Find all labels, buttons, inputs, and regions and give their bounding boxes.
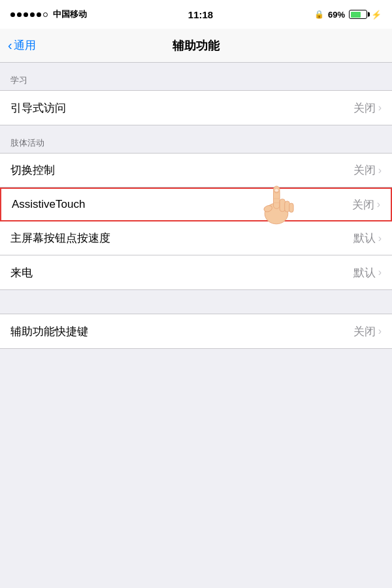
guided-access-value: 关闭: [353, 101, 376, 116]
incoming-calls-right: 默认 ›: [353, 265, 382, 280]
status-bar: 中国移动 11:18 🔒 69% ⚡: [0, 0, 392, 29]
svg-rect-4: [285, 201, 290, 212]
lightning-icon: ⚡: [371, 10, 382, 20]
lock-icon: 🔒: [314, 10, 324, 19]
status-time: 11:18: [188, 9, 213, 20]
incoming-calls-chevron: ›: [378, 267, 382, 278]
list-group-physical: 切换控制 关闭 › AssistiveTouch: [0, 153, 392, 290]
guided-access-chevron: ›: [378, 102, 382, 114]
guided-access-label: 引导式访问: [10, 101, 66, 116]
incoming-calls-label: 来电: [10, 265, 33, 280]
switch-control-chevron: ›: [378, 165, 382, 176]
assistive-touch-right: 关闭 ›: [352, 197, 380, 212]
section-physical: 肢体活动 切换控制 关闭 › AssistiveTouch: [0, 125, 392, 290]
group-spacer: [0, 290, 392, 314]
list-group-shortcut: 辅助功能快捷键 关闭 ›: [0, 314, 392, 349]
signal-dot-1: [10, 12, 15, 17]
battery-body: [349, 10, 367, 19]
signal-dot-4: [30, 12, 35, 17]
signal-dot-5: [37, 12, 41, 17]
svg-point-0: [265, 203, 288, 224]
home-speed-right: 默认 ›: [353, 231, 382, 246]
accessibility-shortcut-label: 辅助功能快捷键: [10, 324, 88, 339]
assistive-touch-value: 关闭: [352, 197, 374, 212]
status-left: 中国移动: [10, 8, 87, 20]
guided-access-right: 关闭 ›: [353, 101, 382, 116]
list-item-guided-access[interactable]: 引导式访问 关闭 ›: [0, 91, 392, 125]
list-item-switch-control[interactable]: 切换控制 关闭 ›: [0, 154, 392, 188]
list-item-incoming-calls[interactable]: 来电 默认 ›: [0, 255, 392, 289]
section-learning: 学习 引导式访问 关闭 ›: [0, 63, 392, 125]
signal-bars: [10, 12, 48, 17]
battery-icon: [349, 10, 367, 19]
carrier-label: 中国移动: [53, 8, 87, 20]
switch-control-value: 关闭: [353, 163, 376, 178]
section-header-learning: 学习: [0, 63, 392, 90]
battery-percent: 69%: [328, 10, 345, 20]
svg-rect-1: [274, 189, 280, 209]
svg-point-9: [274, 189, 278, 192]
home-speed-label: 主屏幕按钮点按速度: [10, 231, 110, 246]
list-item-assistive-touch[interactable]: AssistiveTouch: [0, 188, 392, 221]
signal-dot-3: [24, 12, 28, 17]
section-shortcut: 辅助功能快捷键 关闭 ›: [0, 314, 392, 349]
svg-point-6: [263, 204, 273, 213]
home-speed-value: 默认: [353, 231, 376, 246]
svg-rect-5: [289, 203, 293, 212]
signal-dot-2: [17, 12, 22, 17]
back-button[interactable]: ‹ 通用: [8, 38, 36, 53]
svg-point-2: [274, 186, 280, 193]
hand-pointer-icon: [253, 180, 299, 229]
battery-fill: [351, 12, 361, 18]
signal-dot-6: [43, 12, 48, 17]
list-item-accessibility-shortcut[interactable]: 辅助功能快捷键 关闭 ›: [0, 314, 392, 348]
svg-rect-3: [280, 199, 285, 212]
assistive-touch-chevron: ›: [377, 199, 380, 210]
list-item-home-speed[interactable]: 主屏幕按钮点按速度 默认 ›: [0, 221, 392, 255]
switch-control-right: 关闭 ›: [353, 163, 382, 178]
accessibility-shortcut-chevron: ›: [378, 325, 382, 337]
switch-control-label: 切换控制: [10, 163, 55, 178]
home-speed-chevron: ›: [378, 233, 382, 244]
status-right: 🔒 69% ⚡: [314, 10, 382, 20]
incoming-calls-value: 默认: [353, 265, 376, 280]
page-title: 辅助功能: [172, 38, 220, 54]
accessibility-shortcut-value: 关闭: [353, 324, 376, 339]
back-label: 通用: [14, 38, 36, 53]
accessibility-shortcut-right: 关闭 ›: [353, 324, 382, 339]
list-group-learning: 引导式访问 关闭 ›: [0, 90, 392, 125]
section-header-physical: 肢体活动: [0, 125, 392, 153]
assistive-touch-label: AssistiveTouch: [12, 198, 85, 211]
nav-bar: ‹ 通用 辅助功能: [0, 29, 392, 63]
back-chevron-icon: ‹: [8, 38, 12, 53]
